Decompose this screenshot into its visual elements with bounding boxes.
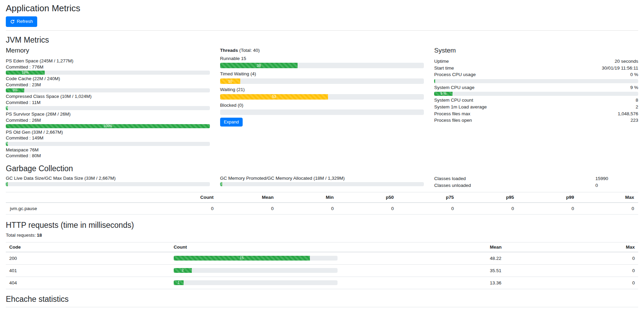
http-table-header-count: Count <box>170 242 487 252</box>
memory-item: PS Survivor Space (26M / 26M) Committed … <box>6 111 210 128</box>
system-cpu-progress-bar: 9 % <box>434 92 453 96</box>
thread-progress: 10 <box>220 78 424 84</box>
ehcache-header-cache-hit-pct: Cache Hit % <box>477 307 556 310</box>
http-count-progress-label: 2 <box>182 269 184 272</box>
system-row: Uptime 20 seconds <box>434 58 638 65</box>
system-row-value: 223 <box>630 117 638 124</box>
http-count-cell: 1 <box>170 277 487 289</box>
classes-unloaded-row: Classes unloaded 0 <box>434 182 638 189</box>
ehcache-header-cache-miss-pct: Cache Miss % <box>556 307 638 310</box>
http-table-header-max: Max <box>575 242 638 252</box>
system-row: System CPU usage 9 % <box>434 84 638 91</box>
gc-table-header-p75: p75 <box>398 192 458 203</box>
classes-unloaded-label: Classes unloaded <box>434 182 595 189</box>
gc-metric-min: 0 <box>278 203 338 215</box>
gc-table-header-p99: p99 <box>518 192 578 203</box>
http-count-progress-bar: 2 <box>174 268 192 273</box>
metrics-page: Application Metrics Refresh JVM Metrics … <box>0 3 644 310</box>
http-code-cell: 401 <box>6 264 170 277</box>
gc-classes-column: Classes loaded 15990 Classes unloaded 0 <box>434 175 638 189</box>
thread-progress-bar: 53 <box>220 94 328 100</box>
memory-column: Memory PS Eden Space (245M / 1,277M) Com… <box>6 47 210 159</box>
system-row: Process files open 223 <box>434 117 638 124</box>
memory-item-label: PS Survivor Space (26M / 26M) <box>6 111 210 117</box>
memory-item-label: PS Old Gen (33M / 2,667M) <box>6 129 210 135</box>
refresh-button-label: Refresh <box>17 18 33 25</box>
gc-table-header-name <box>6 192 158 203</box>
memory-progress-label: 100% <box>103 124 112 128</box>
memory-progress-bar: 9% <box>6 88 24 92</box>
gc-row: GC Live Data Size/GC Max Data Size (33M … <box>6 175 638 189</box>
memory-item: PS Old Gen (33M / 2,667M) Committed : 14… <box>6 129 210 146</box>
gc-metrics-table: Count Mean Min p50 p75 p95 p99 Max jvm.g… <box>6 192 638 215</box>
gc-table-header-max: Max <box>578 192 638 203</box>
thread-progress-label: 38 <box>257 64 261 68</box>
http-count-cell: 15 <box>170 252 487 265</box>
memory-item-committed: Committed : 149M <box>6 135 210 141</box>
system-row-value: 2 <box>636 104 639 110</box>
classes-loaded-value: 15990 <box>596 175 609 182</box>
memory-item: Metaspace 76M Committed : 80M <box>6 147 210 159</box>
memory-progress-label: 9% <box>13 89 17 92</box>
system-row-value: 9 % <box>630 84 638 91</box>
http-mean-cell: 13.36 <box>486 277 575 289</box>
gc-metric-p75: 0 <box>398 203 458 215</box>
thread-progress-bar: 10 <box>220 78 241 84</box>
ehcache-heading: Ehcache statistics <box>6 295 638 304</box>
memory-item-committed: Committed : 776M <box>6 64 210 70</box>
thread-progress-label: 10 <box>228 79 232 83</box>
ehcache-header-row: Cache Name Cache Hits Cache Misses Cache… <box>6 307 638 310</box>
memory-item-committed: Committed : 80M <box>6 153 210 159</box>
http-total-value: 18 <box>37 233 42 238</box>
memory-progress-bar: 1% <box>6 106 8 110</box>
memory-item-committed: Committed : 23M <box>6 82 210 88</box>
gc-promoted-label: GC Memory Promoted/GC Memory Allocated (… <box>220 175 424 181</box>
http-mean-cell: 35.51 <box>486 264 575 277</box>
system-row-label: Process files open <box>434 117 472 124</box>
process-cpu-progress <box>434 79 638 83</box>
thread-progress-label: 53 <box>272 95 276 99</box>
system-row: System CPU count 8 <box>434 97 638 104</box>
http-count-progress-label: 1 <box>177 281 180 284</box>
memory-heading: Memory <box>6 47 210 55</box>
ehcache-header-cache-hits: Cache Hits <box>249 307 319 310</box>
http-count-progress: 15 <box>174 256 338 261</box>
threads-column: Threads (Total: 40) Runnable 15 38 Timed… <box>220 47 424 159</box>
classes-unloaded-value: 0 <box>596 182 598 189</box>
gc-promoted-progress-label: 1 <box>220 182 222 186</box>
memory-progress-label: 1% <box>6 106 8 110</box>
memory-item: Code Cache (22M / 240M) Committed : 23M … <box>6 76 210 92</box>
thread-state-label: Blocked (0) <box>220 102 424 108</box>
expand-button[interactable]: Expand <box>220 118 243 127</box>
thread-state-label: Timed Waiting (4) <box>220 71 424 77</box>
memory-item-committed: Committed : 26M <box>6 117 210 123</box>
memory-item-label: Code Cache (22M / 240M) <box>6 76 210 82</box>
http-count-progress-bar: 1 <box>174 280 184 285</box>
refresh-button[interactable]: Refresh <box>6 16 37 27</box>
memory-item-label: Metaspace 76M <box>6 147 210 153</box>
http-table-row: 401 2 35.51 0 <box>6 264 638 277</box>
system-row-label: Process files max <box>434 110 470 117</box>
gc-table-header-row: Count Mean Min p50 p75 p95 p99 Max <box>6 192 638 203</box>
system-row-value: 20 seconds <box>615 58 638 65</box>
http-max-cell: 0 <box>575 252 638 265</box>
gc-table-header-min: Min <box>278 192 338 203</box>
system-row-label: System CPU usage <box>434 84 474 91</box>
system-cpu-progress: 9 % <box>434 92 638 96</box>
threads-title-total: (Total: 40) <box>238 48 260 53</box>
gc-metric-name: jvm.gc.pause <box>6 203 158 215</box>
system-row: Start time 30/01/19 11:56:11 <box>434 65 638 72</box>
gc-promoted-progress-bar: 1 <box>220 182 222 186</box>
system-row-label: System CPU count <box>434 97 473 104</box>
gc-live-data-progress-bar: 1 <box>6 182 8 186</box>
system-row-value: 8 <box>636 97 639 104</box>
memory-progress: 9% <box>6 88 210 92</box>
system-row-value: 0 % <box>630 71 638 78</box>
system-heading: System <box>434 47 638 55</box>
memory-progress-bar: 100% <box>6 124 210 128</box>
ehcache-table: Cache Name Cache Hits Cache Misses Cache… <box>6 307 638 310</box>
gc-promoted-progress: 1 <box>220 182 424 186</box>
http-requests-table: Code Count Mean Max 200 15 48.22 0 <box>6 242 638 289</box>
thread-state-label: Runnable 15 <box>220 56 424 62</box>
system-row-label: Uptime <box>434 58 449 65</box>
